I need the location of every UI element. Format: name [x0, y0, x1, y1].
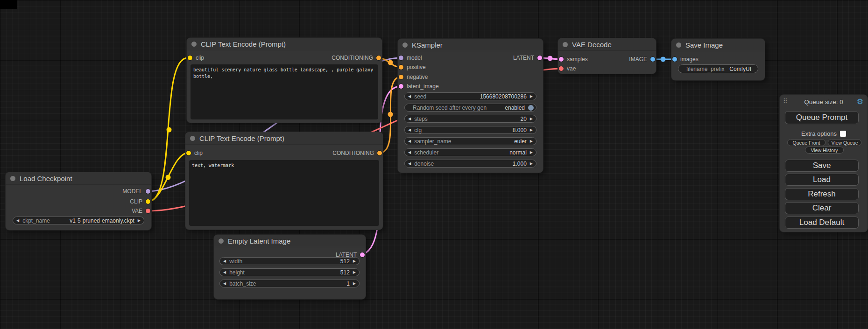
denoise-widget[interactable]: ◀ denoise 1.000 ▶: [404, 160, 536, 168]
node-titlebar[interactable]: Empty Latent Image: [214, 235, 366, 247]
widget-value: v1-5-pruned-emaonly.ckpt: [70, 217, 134, 224]
output-slot-latent[interactable]: [360, 252, 365, 257]
widget-value: 156680208700286: [480, 93, 527, 100]
decrement-arrow-icon[interactable]: ◀: [223, 280, 226, 287]
decrement-arrow-icon[interactable]: ◀: [408, 115, 411, 123]
width-widget[interactable]: ◀ width 512 ▶: [219, 257, 360, 265]
increment-arrow-icon[interactable]: ▶: [530, 148, 533, 156]
filename-prefix-widget[interactable]: filename_prefix ComfyUI: [678, 64, 758, 73]
view-queue-button[interactable]: View Queue: [828, 139, 861, 146]
steps-widget[interactable]: ◀ steps 20 ▶: [404, 115, 536, 123]
input-slot-clip[interactable]: [188, 56, 192, 60]
slot-label: IMAGE: [629, 56, 647, 63]
node-titlebar[interactable]: CLIP Text Encode (Prompt): [187, 38, 382, 50]
node-status-dot: [191, 42, 197, 47]
output-slot-clip[interactable]: [146, 199, 150, 204]
node-titlebar[interactable]: KSampler: [398, 39, 543, 51]
node-titlebar[interactable]: VAE Decode: [558, 38, 656, 51]
queue-size-label: Queue size: 0: [780, 98, 868, 105]
sampler-name-widget[interactable]: ◀ sampler_name euler ▶: [404, 137, 536, 145]
input-slot-latent-image[interactable]: [399, 84, 403, 89]
decrement-arrow-icon[interactable]: ◀: [16, 217, 19, 224]
refresh-button[interactable]: Refresh: [785, 188, 859, 200]
node-save-image: Save Image images filename_prefix ComfyU…: [671, 39, 765, 80]
increment-arrow-icon[interactable]: ▶: [530, 92, 533, 100]
decrement-arrow-icon[interactable]: ◀: [408, 126, 411, 134]
cfg-widget[interactable]: ◀ cfg 8.000 ▶: [404, 126, 536, 134]
extra-options-row: Extra options: [780, 130, 868, 137]
increment-arrow-icon[interactable]: ▶: [138, 217, 141, 224]
output-slot-image[interactable]: [650, 57, 655, 62]
input-slot-negative[interactable]: [399, 75, 403, 79]
widget-value: 20: [520, 116, 526, 122]
link-dot: [388, 112, 393, 117]
clear-button[interactable]: Clear: [785, 202, 859, 214]
node-graph-canvas[interactable]: Load Checkpoint MODEL CLIP VAE ◀ ckpt_na…: [0, 0, 868, 329]
output-slot-model[interactable]: [146, 189, 150, 194]
gear-icon[interactable]: ⚙: [857, 97, 863, 106]
decrement-arrow-icon[interactable]: ◀: [408, 160, 411, 168]
node-status-dot: [402, 42, 408, 48]
node-titlebar[interactable]: Load Checkpoint: [6, 172, 151, 185]
view-history-button[interactable]: View History: [805, 147, 844, 154]
increment-arrow-icon[interactable]: ▶: [353, 257, 356, 265]
positive-prompt-textarea[interactable]: beautiful scenery nature glass bottle la…: [191, 64, 378, 119]
increment-arrow-icon[interactable]: ▶: [530, 160, 533, 168]
slot-label: CONDITIONING: [332, 150, 374, 156]
link-dot: [166, 175, 171, 180]
decrement-arrow-icon[interactable]: ◀: [408, 148, 411, 156]
input-slot-vae[interactable]: [559, 66, 564, 71]
increment-arrow-icon[interactable]: ▶: [530, 126, 533, 134]
input-slot-samples[interactable]: [559, 57, 564, 62]
scheduler-widget[interactable]: ◀ scheduler normal ▶: [404, 148, 536, 156]
slot-label: clip: [196, 55, 204, 61]
input-slot-positive[interactable]: [399, 65, 403, 70]
node-titlebar[interactable]: CLIP Text Encode (Prompt): [185, 132, 383, 145]
link-dot: [661, 57, 666, 62]
increment-arrow-icon[interactable]: ▶: [530, 115, 533, 123]
toggle-dot[interactable]: [528, 105, 534, 111]
widget-label: height: [229, 269, 245, 276]
widget-value: 1.000: [513, 161, 527, 167]
widget-label: scheduler: [414, 149, 438, 156]
widget-value: ComfyUI: [729, 66, 751, 72]
output-slot-conditioning[interactable]: [377, 151, 382, 155]
link-dot: [548, 56, 553, 61]
node-title: CLIP Text Encode (Prompt): [199, 134, 284, 142]
load-default-button[interactable]: Load Default: [785, 217, 859, 229]
increment-arrow-icon[interactable]: ▶: [530, 137, 533, 145]
widget-value: 1: [346, 280, 350, 287]
seed-widget[interactable]: ◀ seed 156680208700286 ▶: [404, 92, 536, 100]
decrement-arrow-icon[interactable]: ◀: [223, 257, 226, 265]
batch-size-widget[interactable]: ◀ batch_size 1 ▶: [219, 280, 360, 287]
output-slot-conditioning[interactable]: [376, 56, 381, 60]
negative-prompt-textarea[interactable]: text, watermark: [189, 160, 379, 226]
input-slot-model[interactable]: [399, 56, 403, 60]
input-slot-images[interactable]: [672, 57, 677, 62]
decrement-arrow-icon[interactable]: ◀: [408, 137, 411, 145]
decrement-arrow-icon[interactable]: ◀: [408, 92, 411, 100]
ckpt-name-widget[interactable]: ◀ ckpt_name v1-5-pruned-emaonly.ckpt ▶: [13, 217, 144, 224]
input-slot-clip[interactable]: [186, 151, 191, 155]
save-button[interactable]: Save: [785, 160, 859, 172]
node-status-dot: [190, 136, 195, 141]
increment-arrow-icon[interactable]: ▶: [353, 268, 356, 276]
decrement-arrow-icon[interactable]: ◀: [223, 268, 226, 276]
queue-prompt-button[interactable]: Queue Prompt: [785, 111, 859, 124]
extra-options-checkbox[interactable]: [840, 131, 846, 137]
widget-value: 8.000: [513, 127, 527, 133]
height-widget[interactable]: ◀ height 512 ▶: [219, 268, 360, 276]
widget-label: batch_size: [229, 280, 256, 287]
widget-label: filename_prefix: [686, 66, 724, 72]
output-slot-vae[interactable]: [146, 209, 150, 213]
increment-arrow-icon[interactable]: ▶: [353, 280, 356, 287]
output-slot-latent[interactable]: [537, 56, 542, 60]
load-button[interactable]: Load: [785, 174, 859, 186]
node-status-dot: [10, 176, 15, 181]
random-seed-toggle-widget[interactable]: Random seed after every gen enabled: [404, 104, 536, 112]
widget-value: enabled: [505, 105, 525, 111]
widget-value: euler: [514, 138, 527, 145]
node-titlebar[interactable]: Save Image: [671, 39, 765, 51]
node-status-dot: [219, 238, 224, 244]
queue-front-button[interactable]: Queue Front: [787, 139, 826, 146]
